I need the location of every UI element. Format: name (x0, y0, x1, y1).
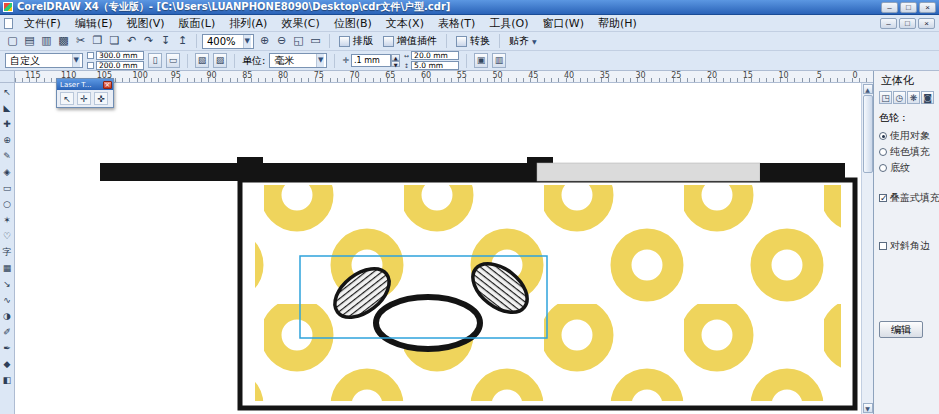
ruler-origin-corner[interactable] (0, 71, 15, 82)
menu-item-4[interactable]: 排列(A) (222, 15, 274, 32)
spinner-down-icon[interactable]: ▼ (391, 61, 400, 68)
text-tool-icon[interactable]: 字 (1, 245, 14, 260)
convert-button[interactable]: 转换 (452, 33, 494, 49)
import-icon[interactable]: ↧ (157, 33, 174, 49)
options-button[interactable]: ▥ (492, 53, 506, 68)
paste-icon[interactable]: ❏ (106, 33, 123, 49)
menu-item-9[interactable]: 工具(O) (482, 15, 535, 32)
menu-item-3[interactable]: 版面(L) (172, 15, 223, 32)
extrude-color-icon[interactable]: ◙ (921, 91, 934, 104)
floating-toolbar[interactable]: Laser T... × ↖✛✜ (56, 78, 114, 108)
maximize-button[interactable]: □ (900, 2, 917, 13)
menu-item-0[interactable]: 文件(F) (17, 15, 68, 32)
polygon-tool-icon[interactable]: ✶ (1, 213, 14, 228)
menu-item-1[interactable]: 编辑(E) (68, 15, 120, 32)
nudge-spinner[interactable]: ▲▼ (391, 54, 400, 67)
docker-radio-option-2[interactable]: 底纹 (879, 161, 939, 175)
table-tool-icon[interactable]: ▦ (1, 261, 14, 276)
menu-item-5[interactable]: 效果(C) (274, 15, 326, 32)
smart-fill-tool-icon[interactable]: ◈ (1, 165, 14, 180)
top-bar-left-segment[interactable] (100, 163, 537, 181)
propbar-separator (234, 54, 235, 68)
menu-item-7[interactable]: 文本(X) (379, 15, 431, 32)
new-document-icon[interactable]: ▢ (4, 33, 21, 49)
treat-as-filled-button[interactable]: ▣ (474, 53, 488, 68)
page-preset-combo[interactable]: 自定义 ▼ (5, 53, 83, 68)
zoom-selection-icon[interactable]: ◱ (290, 33, 307, 49)
minimize-button[interactable]: – (881, 2, 898, 13)
floating-toolbar-titlebar[interactable]: Laser T... × (57, 79, 113, 90)
top-bar-gray-segment[interactable] (537, 163, 760, 181)
interactive-fill-tool-icon[interactable]: ◧ (1, 373, 14, 388)
zoom-in-icon[interactable]: ⊕ (256, 33, 273, 49)
docker-radio-option-0[interactable]: 使用对象 (879, 129, 939, 143)
eyedropper-tool-icon[interactable]: ✐ (1, 325, 14, 340)
duplicate-y-field[interactable]: 5.0 mm (411, 61, 459, 70)
close-button[interactable]: × (919, 2, 936, 13)
menu-item-10[interactable]: 窗口(W) (536, 15, 591, 32)
edit-button[interactable]: 编辑 (879, 321, 923, 338)
top-bar-right-segment[interactable] (760, 163, 845, 181)
scroll-up-icon[interactable]: ▲ (863, 84, 873, 94)
zoom-out-icon[interactable]: ⊖ (273, 33, 290, 49)
mouth-ellipse[interactable] (376, 297, 480, 349)
save-icon[interactable]: ▥ (38, 33, 55, 49)
layout-button[interactable]: 排版 (335, 33, 377, 49)
landscape-button[interactable]: ▭ (166, 53, 180, 68)
menu-item-2[interactable]: 视图(V) (119, 15, 171, 32)
menu-item-8[interactable]: 表格(T) (431, 15, 482, 32)
scrollbar-thumb[interactable] (863, 95, 873, 173)
pick-tool-icon[interactable]: ↖ (1, 85, 14, 100)
ellipse-tool-icon[interactable]: ○ (1, 197, 14, 212)
laser-pick-icon[interactable]: ↖ (60, 92, 74, 105)
doc-restore-button[interactable]: □ (899, 18, 916, 29)
zoom-tool-icon[interactable]: ⊕ (1, 133, 14, 148)
basic-shapes-tool-icon[interactable]: ♡ (1, 229, 14, 244)
docker-checkbox-option-0[interactable]: 叠盖式填充 (879, 191, 939, 205)
vertical-scrollbar[interactable]: ▲ ▼ (861, 83, 873, 414)
blend-tool-icon[interactable]: ◑ (1, 309, 14, 324)
nudge-field[interactable]: .1 mm (351, 54, 391, 67)
floating-close-icon[interactable]: × (103, 81, 112, 89)
undo-icon[interactable]: ↶ (123, 33, 140, 49)
cut-icon[interactable]: ✂ (72, 33, 89, 49)
extrude-light-icon[interactable]: ❋ (907, 91, 920, 104)
plugins-button[interactable]: 增值插件 (379, 33, 441, 49)
rectangle-tool-icon[interactable]: ▭ (1, 181, 14, 196)
docker-radio-option-1[interactable]: 纯色填充 (879, 145, 939, 159)
current-page-button[interactable]: ▨ (213, 53, 227, 68)
freehand-tool-icon[interactable]: ✎ (1, 149, 14, 164)
shape-tool-icon[interactable]: ◣ (1, 101, 14, 116)
page-width-field[interactable]: 300.0 mm (96, 51, 144, 60)
menu-item-6[interactable]: 位图(B) (327, 15, 379, 32)
docker-checkbox-option-1[interactable]: 对斜角边 (879, 239, 939, 253)
scroll-down-icon[interactable]: ▼ (863, 403, 873, 413)
all-pages-button[interactable]: ▧ (195, 53, 209, 68)
print-icon[interactable]: ▩ (55, 33, 72, 49)
extrude-rotation-icon[interactable]: ◷ (893, 91, 906, 104)
connector-tool-icon[interactable]: ∿ (1, 293, 14, 308)
zoom-level-combo[interactable]: 400% ▼ (202, 34, 254, 49)
zoom-page-icon[interactable]: ▭ (307, 33, 324, 49)
export-icon[interactable]: ↥ (174, 33, 191, 49)
laser-move-icon[interactable]: ✜ (94, 92, 108, 105)
portrait-button[interactable]: ▯ (148, 53, 162, 68)
outline-tool-icon[interactable]: ✒ (1, 341, 14, 356)
crop-tool-icon[interactable]: ✚ (1, 117, 14, 132)
dimension-tool-icon[interactable]: ↘ (1, 277, 14, 292)
laser-node-icon[interactable]: ✛ (77, 92, 91, 105)
page-height-field[interactable]: 200.0 mm (96, 61, 144, 70)
drawing-canvas[interactable] (15, 83, 861, 414)
redo-icon[interactable]: ↷ (140, 33, 157, 49)
units-combo[interactable]: 毫米 ▼ (269, 53, 327, 68)
snap-button[interactable]: 贴齐 ▼ (505, 33, 541, 49)
horizontal-ruler[interactable]: 1151101051009590858075706560555045403530… (15, 71, 873, 82)
fill-tool-icon[interactable]: ◆ (1, 357, 14, 372)
doc-minimize-button[interactable]: – (880, 18, 897, 29)
copy-icon[interactable]: ❐ (89, 33, 106, 49)
extrude-camera-icon[interactable]: ◳ (879, 91, 892, 104)
menu-item-11[interactable]: 帮助(H) (591, 15, 644, 32)
doc-close-button[interactable]: × (918, 18, 935, 29)
open-icon[interactable]: ▤ (21, 33, 38, 49)
duplicate-x-field[interactable]: 20.0 mm (411, 51, 459, 60)
